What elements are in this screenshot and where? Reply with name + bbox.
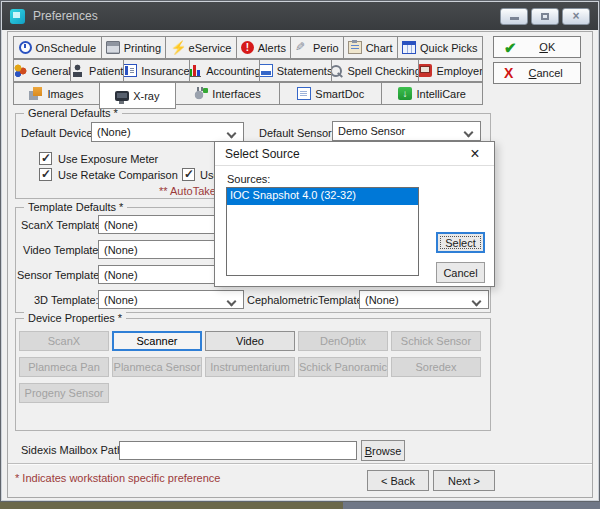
schick-sensor-button[interactable]: Schick Sensor (391, 331, 481, 351)
grid-icon (402, 41, 416, 54)
cancel-label: Cancel (521, 67, 570, 79)
select-button[interactable]: Select (436, 232, 485, 253)
video-template-label: Video Template: (23, 244, 101, 256)
tab-smartdoc[interactable]: SmartDoc (279, 82, 382, 105)
device-properties-legend: Device Properties * (24, 312, 126, 324)
tab-row-1: OnSchedule Printing eService Alerts Peri… (13, 36, 483, 59)
bar-chart-icon (189, 64, 203, 77)
planmeca-sensor-button[interactable]: Planmeca Sensor (112, 357, 202, 377)
plug-icon (194, 87, 208, 100)
default-device-combo[interactable]: (None) (91, 122, 244, 142)
tab-label: Alerts (258, 42, 286, 54)
maximize-button[interactable] (531, 8, 559, 25)
device-button-label: Progeny Sensor (25, 387, 104, 399)
select-source-title: Select Source (225, 147, 300, 161)
tab-interfaces[interactable]: Interfaces (175, 82, 280, 105)
sidexis-mailbox-path-label: Sidexis Mailbox Path: (21, 444, 126, 456)
video-template-value: (None) (104, 244, 138, 256)
scanx-template-value: (None) (104, 219, 138, 231)
tab-eservice[interactable]: eService (165, 36, 236, 59)
tab-label: Perio (313, 42, 339, 54)
back-button[interactable]: < Back (367, 470, 429, 491)
soredex-button[interactable]: Soredex (391, 357, 481, 377)
scanner-button[interactable]: Scanner (112, 331, 202, 351)
tab-label: Insurance (141, 65, 189, 77)
autotake-note: ** AutoTake (159, 185, 216, 197)
tab-label: Statements (277, 65, 332, 77)
tab-alerts[interactable]: Alerts (236, 36, 291, 59)
tab-employer[interactable]: Employer (418, 59, 483, 82)
ok-button[interactable]: ✔ OK (493, 36, 581, 58)
device-button-label: Planmeca Sensor (114, 361, 201, 373)
alert-icon (241, 41, 254, 54)
sensor-template-label: Sensor Template: (17, 269, 102, 281)
tab-label: Employer (436, 65, 482, 77)
use-retake-comparison-checkbox[interactable] (39, 168, 52, 181)
next-button[interactable]: Next > (433, 470, 495, 491)
sources-listbox[interactable]: IOC Snapshot 4.0 (32-32) (226, 187, 419, 276)
minimize-button[interactable] (500, 8, 528, 25)
instrumentarium-button[interactable]: Instrumentarium (205, 357, 295, 377)
tab-insurance[interactable]: Insurance (123, 59, 189, 82)
tab-quick-picks[interactable]: Quick Picks (397, 36, 483, 59)
close-icon: × (572, 10, 579, 22)
device-button-label: DenOptix (320, 335, 366, 347)
use-autotake-checkbox[interactable] (182, 168, 195, 181)
device-button-label: Instrumentarium (210, 361, 289, 373)
device-button-label: Soredex (416, 361, 457, 373)
tab-perio[interactable]: Perio (290, 36, 344, 59)
use-exposure-meter-checkbox[interactable] (39, 152, 52, 165)
device-button-label: ScanX (48, 335, 80, 347)
window-title: Preferences (33, 9, 98, 23)
schick-panoramic-button[interactable]: Schick Panoramic (298, 357, 388, 377)
tab-accounting[interactable]: Accounting (189, 59, 261, 82)
monitor-icon (115, 91, 129, 101)
tab-spell-checking[interactable]: Spell Checking (331, 59, 419, 82)
close-icon[interactable]: × (466, 146, 484, 162)
lightning-icon (171, 41, 185, 54)
tab-label: IntelliCare (416, 88, 466, 100)
progeny-sensor-button[interactable]: Progeny Sensor (19, 383, 109, 403)
cephalometric-template-combo[interactable]: (None) (359, 290, 489, 309)
use-exposure-meter-label: Use Exposure Meter (58, 153, 158, 165)
select-source-titlebar: Select Source × (215, 142, 494, 166)
tab-label: X-ray (133, 90, 159, 102)
tab-statements[interactable]: Statements (259, 59, 332, 82)
tab-patient[interactable]: Patient (70, 59, 124, 82)
check-icon: ✔ (504, 40, 517, 55)
sidexis-mailbox-path-input[interactable] (119, 441, 357, 460)
tab-xray[interactable]: X-ray (99, 82, 176, 109)
device-button-label: Schick Panoramic (299, 361, 387, 373)
tab-general[interactable]: General (13, 59, 71, 82)
people-icon (14, 64, 28, 77)
cancel-button[interactable]: X Cancel (493, 62, 581, 84)
default-device-label: Default Device: (21, 127, 96, 139)
browse-button[interactable]: Browse (361, 440, 405, 461)
scanx-button[interactable]: ScanX (19, 331, 109, 351)
tab-label: Spell Checking (347, 65, 419, 77)
card-icon (259, 64, 273, 77)
tab-printing[interactable]: Printing (101, 36, 167, 59)
select-source-dialog: Select Source × Sources: IOC Snapshot 4.… (214, 141, 495, 287)
tab-chart[interactable]: Chart (343, 36, 398, 59)
tab-intellicare[interactable]: IntelliCare (381, 82, 483, 105)
threed-template-combo[interactable]: (None) (98, 290, 244, 309)
default-sensor-combo[interactable]: Demo Sensor (332, 121, 481, 141)
tab-label: OnSchedule (36, 42, 97, 54)
tab-images[interactable]: Images (13, 82, 100, 105)
template-defaults-legend: Template Defaults * (24, 201, 127, 213)
clipboard-icon (348, 41, 362, 54)
sensor-template-value: (None) (104, 269, 138, 281)
modal-cancel-button[interactable]: Cancel (436, 262, 485, 283)
close-button[interactable]: × (562, 8, 590, 25)
sources-label: Sources: (227, 173, 270, 185)
cephalometric-template-value: (None) (365, 294, 399, 306)
tab-label: eService (189, 42, 232, 54)
denoptix-button[interactable]: DenOptix (298, 331, 388, 351)
list-item[interactable]: IOC Snapshot 4.0 (32-32) (227, 188, 418, 205)
default-device-value: (None) (97, 126, 131, 138)
planmeca-pan-button[interactable]: Planmeca Pan (19, 357, 109, 377)
video-button[interactable]: Video (205, 331, 295, 351)
tab-onschedule[interactable]: OnSchedule (13, 36, 102, 59)
titlebar: Preferences × (2, 2, 598, 30)
